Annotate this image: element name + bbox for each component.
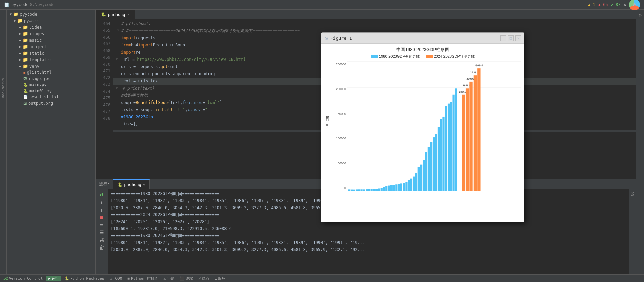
svg-rect-52 — [466, 88, 469, 191]
kw-paren: ) — [220, 99, 222, 107]
scroll-down-icon[interactable]: ↓ — [100, 207, 103, 213]
kw-comment-find: #找到网页数据 — [121, 92, 148, 99]
list-icon[interactable]: ☰ — [99, 230, 104, 235]
tab-pachong-run[interactable]: 🐍 pachong × — [113, 179, 150, 189]
status-todo[interactable]: ☑ TODO — [108, 276, 124, 281]
folder-icon: 📁 — [13, 12, 18, 17]
sidebar-item-image-jpg[interactable]: 🖼 image.jpg — [7, 76, 95, 82]
fold-space7 — [116, 92, 121, 99]
python-tab-icon: 🐍 — [101, 12, 106, 17]
sidebar-item-glist[interactable]: ◼ glist.html — [7, 69, 95, 76]
kw-urls: urls = requests. — [121, 64, 161, 71]
sidebar-item-main-py[interactable]: 🐍 main.py — [7, 82, 95, 88]
svg-rect-19 — [381, 188, 383, 191]
status-issues-label: 问题 — [167, 276, 174, 281]
print-icon[interactable]: 🖨 — [99, 237, 104, 243]
status-run[interactable]: ▶ 运行 — [46, 276, 61, 281]
svg-rect-13 — [366, 189, 368, 191]
figure-maximize-btn[interactable]: □ — [508, 35, 514, 41]
rerun-icon[interactable]: ↺ — [100, 191, 104, 198]
sidebar-item-main01-py[interactable]: 🐍 main01.py — [7, 88, 95, 94]
svg-rect-49 — [455, 88, 457, 191]
kw-features-param: features — [183, 99, 203, 107]
figure-minimize-btn[interactable]: − — [500, 35, 506, 41]
warning-count: ▲ 1 — [588, 2, 595, 7]
kw-import: import — [121, 35, 136, 42]
folder-icon: 📁 — [23, 57, 28, 62]
arrow-icon: ▶ — [19, 45, 21, 49]
svg-rect-22 — [388, 186, 390, 191]
sidebar-item-venv[interactable]: ▶ 📁 venv — [7, 63, 95, 69]
sidebar-item-idea[interactable]: ▶ 📁 .idea — [7, 24, 95, 30]
status-endpoints-label: 端点 — [202, 276, 209, 281]
fold-marker2: ◻ — [116, 28, 120, 35]
folder-icon: 📁 — [23, 44, 28, 49]
run-toolbar: ↺ ↑ ↓ ■ ≡ ☰ 🖨 🗑 — [96, 189, 108, 274]
status-console[interactable]: ⊞ Python 控制台 — [125, 276, 160, 281]
wrap-icon[interactable]: ≡ — [100, 222, 103, 228]
figure-close-btn[interactable]: × — [515, 35, 521, 41]
sidebar-item-pywork[interactable]: ▼ 📁 pywork — [7, 17, 95, 24]
svg-rect-16 — [373, 189, 375, 191]
svg-rect-30 — [408, 180, 410, 191]
sidebar-item-new-list-txt[interactable]: 📄 new_list.txt — [7, 94, 95, 100]
sidebar-item-pyycode[interactable]: ▼ 📁 pyycode — [7, 11, 95, 17]
svg-rect-6 — [348, 189, 350, 191]
status-terminal-label: 终端 — [186, 276, 193, 281]
svg-rect-29 — [405, 182, 407, 191]
endpoints-icon: ⚡ — [198, 276, 201, 281]
folder-icon: 📁 — [23, 25, 28, 30]
status-version-control[interactable]: ⎇ Version Control — [1, 276, 45, 281]
sidebar-item-static[interactable]: ▶ 📁 static — [7, 50, 95, 56]
todo-icon: ☑ — [110, 276, 112, 281]
bookmarks-label: Bookmarks — [1, 78, 5, 98]
sidebar-item-templates[interactable]: ▶ 📁 templates — [7, 56, 95, 63]
kw-from: from — [121, 42, 131, 49]
issues-icon: ⚠ — [163, 276, 166, 281]
line-numbers: 464465466467468 469470471472473 47447547… — [96, 19, 113, 179]
fold-space8 — [116, 99, 121, 107]
expand-icon[interactable]: ∧ — [624, 2, 626, 8]
kw-requests: requests — [136, 35, 155, 42]
sidebar-item-images[interactable]: ▶ 📁 images — [7, 30, 95, 37]
console-icon: ⊞ — [127, 276, 130, 281]
arrow-icon: ▼ — [14, 19, 16, 23]
status-issues[interactable]: ⚠ 问题 — [161, 276, 176, 281]
trash-icon[interactable]: 🗑 — [99, 245, 104, 250]
tab-pachong[interactable]: 🐍 pachong × — [96, 10, 135, 19]
svg-rect-58 — [477, 68, 480, 191]
tab-run[interactable]: 运行: — [96, 179, 113, 189]
kw-findall: find_all — [153, 107, 173, 114]
fold-space2 — [116, 42, 121, 49]
chart-legend: 1980-2023GDP变化走线 2024-2028GDP预测走线 — [324, 54, 521, 59]
status-console-label: Python 控制台 — [131, 276, 158, 281]
y-axis-label: GDP 总量（亿元） — [324, 61, 330, 191]
kw-urlarg: (url) — [168, 64, 180, 71]
svg-rect-46 — [448, 104, 450, 191]
arrow-icon: ▶ — [19, 58, 21, 62]
right-panel-num: 00 — [631, 192, 634, 196]
sidebar-item-project[interactable]: ▶ 📁 project — [7, 43, 95, 50]
status-python-packages[interactable]: 🐍 Python Packages — [63, 276, 106, 281]
right-icon-1[interactable]: ⚙ — [639, 12, 641, 18]
stop-icon[interactable]: ■ — [100, 215, 103, 220]
kw-findall-arg: ( — [173, 107, 175, 114]
svg-rect-23 — [390, 185, 393, 191]
svg-rect-17 — [375, 189, 378, 191]
run-tab-close[interactable]: × — [143, 182, 145, 187]
status-terminal[interactable]: ⬛ 终端 — [178, 276, 195, 281]
top-bar-title: 🗒️ — [4, 2, 9, 7]
svg-rect-43 — [440, 119, 442, 191]
tab-close-icon[interactable]: × — [127, 12, 130, 17]
svg-rect-9 — [356, 189, 358, 191]
tab-pachong-label: pachong — [108, 12, 125, 17]
code-text: # plt.show() — [121, 21, 151, 28]
status-endpoints[interactable]: ⚡ 端点 — [196, 276, 211, 281]
right-icon-bar: ⚙ — [636, 10, 644, 274]
sidebar-item-music[interactable]: ▶ 📁 music — [7, 37, 95, 43]
status-services[interactable]: ☁ 服务 — [213, 276, 228, 281]
sidebar-item-output-png[interactable]: 🖼 output.png — [7, 100, 95, 106]
scroll-up-icon[interactable]: ↑ — [100, 200, 103, 205]
svg-rect-11 — [360, 189, 362, 191]
arrow-icon: ▶ — [19, 38, 21, 42]
